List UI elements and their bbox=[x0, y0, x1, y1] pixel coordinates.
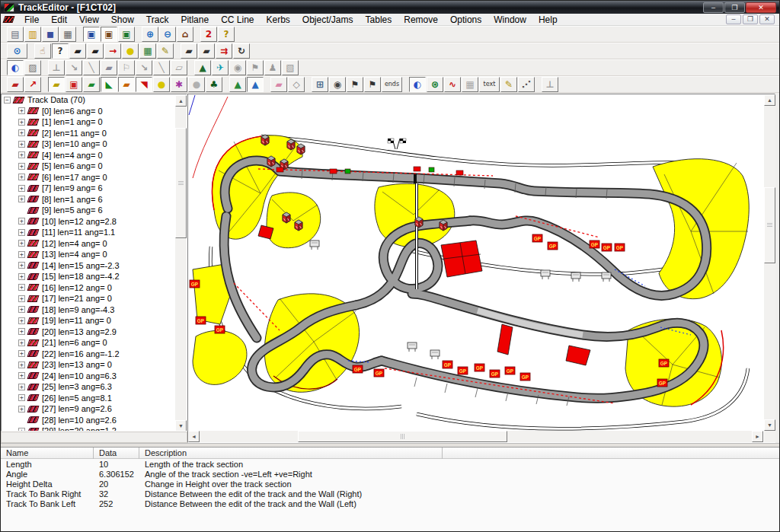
tree-item[interactable]: + [21] len=6 ang= 0 bbox=[2, 337, 175, 349]
new-file-button[interactable]: ▤ bbox=[7, 27, 24, 42]
tree-item[interactable]: + [2] len=11 ang= 0 bbox=[2, 128, 175, 139]
scroll-down-arrow[interactable]: ▼ bbox=[175, 420, 187, 432]
help-button[interactable]: ? bbox=[218, 27, 235, 42]
scroll-up-arrow[interactable]: ▲ bbox=[175, 95, 187, 107]
expand-icon[interactable]: + bbox=[18, 185, 25, 192]
expand-icon[interactable]: + bbox=[18, 428, 25, 431]
trackside-camera-button[interactable]: ◉ bbox=[329, 77, 346, 92]
zoom-out-button[interactable]: ⊖ bbox=[159, 27, 176, 42]
edit-object-button[interactable]: ▰ bbox=[198, 43, 215, 59]
maximize-button[interactable]: ❐ bbox=[724, 2, 745, 13]
tree-item[interactable]: + [13] len=4 ang= 0 bbox=[2, 249, 175, 260]
flag-b-button[interactable]: ⚑ bbox=[364, 77, 381, 92]
expand-icon[interactable]: + bbox=[18, 372, 25, 379]
tree-item[interactable]: + [27] len=9 ang=2.6 bbox=[2, 403, 175, 415]
view-tools-window-button[interactable]: ▣ bbox=[101, 27, 117, 42]
select-query-button[interactable]: ? bbox=[52, 43, 69, 59]
menu-item[interactable]: Tables bbox=[360, 14, 398, 26]
menu-item[interactable]: Options bbox=[444, 14, 488, 26]
expand-icon[interactable]: + bbox=[18, 119, 25, 126]
horizon-button[interactable]: ▲ bbox=[229, 77, 246, 92]
sphere-view-button[interactable]: ◐ bbox=[7, 60, 24, 75]
tree-root-item[interactable]: − Track Data (70) bbox=[2, 94, 175, 106]
expand-icon[interactable]: + bbox=[18, 273, 25, 280]
zoom-in-button[interactable]: ⊕ bbox=[142, 27, 158, 42]
menu-item[interactable]: Show bbox=[105, 14, 140, 26]
cc-line-button[interactable]: ∿ bbox=[444, 77, 461, 92]
tree-item[interactable]: + [6] len=17 ang= 0 bbox=[2, 172, 175, 183]
wall-red-button[interactable]: ◥ bbox=[136, 77, 152, 92]
grass-button[interactable]: ◣ bbox=[101, 77, 117, 92]
tree-item[interactable]: + [15] len=18 ang=-4.2 bbox=[2, 271, 175, 282]
column-header[interactable]: Name bbox=[1, 448, 94, 459]
expand-icon[interactable]: + bbox=[18, 328, 25, 335]
ends-button[interactable]: ends bbox=[382, 77, 402, 92]
tree-item[interactable]: + [14] len=15 ang=-2.3 bbox=[2, 260, 175, 272]
tree-horizontal-scrollbar[interactable] bbox=[1, 432, 187, 443]
helicopter-view-button[interactable]: ✈ bbox=[212, 60, 229, 75]
line-start-button[interactable]: ╲ bbox=[153, 60, 170, 75]
tree-item[interactable]: + [29] len=20 ang=1.2 bbox=[2, 425, 175, 431]
mdi-close-button[interactable]: ✕ bbox=[759, 14, 775, 24]
close-button[interactable]: ✕ bbox=[746, 2, 776, 13]
menu-item[interactable]: File bbox=[18, 14, 45, 26]
minimize-button[interactable]: – bbox=[703, 2, 724, 13]
tree-item[interactable]: + [24] len=10 ang=6.3 bbox=[2, 371, 175, 382]
terrain-button[interactable]: ▲ bbox=[194, 60, 211, 75]
line-end-button[interactable]: ↘ bbox=[136, 60, 152, 75]
canvas-hscrollbar[interactable]: ◄ ► bbox=[188, 431, 763, 442]
tree-item[interactable]: + [11] len=11 ang=1.1 bbox=[2, 227, 175, 238]
tree-scrollbar[interactable]: ▲ ▼ bbox=[175, 95, 187, 432]
renumber-button[interactable]: ⇉ bbox=[216, 43, 232, 59]
tree-item[interactable]: + [18] len=9 ang=-4.3 bbox=[2, 304, 175, 316]
flag-outline-button[interactable]: ⚐ bbox=[118, 60, 135, 75]
scroll-left-arrow[interactable]: ◄ bbox=[188, 431, 200, 442]
expand-icon[interactable]: + bbox=[18, 350, 25, 357]
menu-item[interactable]: Edit bbox=[45, 14, 73, 26]
select-object-button[interactable]: ▰ bbox=[181, 43, 197, 59]
save-button[interactable]: ◼ bbox=[42, 27, 59, 42]
node-tool-button[interactable]: ⊥ bbox=[48, 60, 65, 75]
text-button[interactable]: text bbox=[479, 77, 500, 92]
menu-item[interactable]: Pitlane bbox=[174, 14, 215, 26]
track-canvas[interactable]: GP bbox=[187, 94, 775, 443]
expand-icon[interactable]: + bbox=[18, 262, 25, 269]
dark-section-button[interactable]: ▰ bbox=[101, 60, 117, 75]
expand-icon[interactable]: + bbox=[18, 174, 25, 180]
expand-icon[interactable]: + bbox=[18, 394, 25, 401]
menu-item[interactable]: Window bbox=[488, 14, 532, 26]
tree-item[interactable]: + [23] len=13 ang= 0 bbox=[2, 359, 175, 371]
menu-item[interactable]: Kerbs bbox=[260, 14, 296, 26]
expand-icon[interactable]: + bbox=[18, 240, 25, 247]
pencil-button[interactable]: ✎ bbox=[500, 77, 517, 92]
property-row[interactable]: Track To Bank Left 252 Distance Between … bbox=[1, 499, 779, 508]
menu-item[interactable]: Object/Jams bbox=[296, 14, 360, 26]
expand-icon[interactable]: + bbox=[18, 141, 25, 148]
scrollbar-thumb[interactable] bbox=[175, 128, 187, 238]
property-row[interactable]: Angle 6.306152 Angle of the track sectio… bbox=[1, 469, 779, 479]
tree-item[interactable]: + [26] len=5 ang=8.1 bbox=[2, 393, 175, 404]
track-pink-button[interactable]: ▰ bbox=[270, 77, 287, 92]
tree-item[interactable]: + [12] len=4 ang= 0 bbox=[2, 238, 175, 250]
tree-item[interactable]: + [4] len=4 ang= 0 bbox=[2, 150, 175, 161]
expand-icon[interactable]: + bbox=[18, 163, 25, 170]
polygon-button[interactable]: ▱ bbox=[171, 60, 187, 75]
scrollbar-thumb[interactable] bbox=[764, 187, 775, 263]
select-section-button[interactable]: ▰ bbox=[69, 43, 86, 59]
expand-icon[interactable] bbox=[18, 416, 25, 423]
globe-button[interactable]: ⊛ bbox=[427, 77, 443, 92]
edit-section-button[interactable]: ▰ bbox=[87, 43, 104, 59]
expand-icon[interactable]: + bbox=[18, 229, 25, 236]
menu-item[interactable]: Help bbox=[532, 14, 564, 26]
mdi-minimize-button[interactable]: – bbox=[726, 14, 741, 24]
edit-pencil-button[interactable]: ✎ bbox=[157, 43, 174, 59]
tree-item[interactable]: + [10] len=12 ang=2.8 bbox=[2, 216, 175, 228]
marshal-flags-button[interactable]: ⚑ bbox=[247, 60, 264, 75]
expand-icon[interactable]: + bbox=[18, 129, 25, 136]
column-header[interactable]: Description bbox=[139, 448, 443, 459]
scrollbar-thumb[interactable] bbox=[298, 431, 507, 442]
expand-icon[interactable]: + bbox=[18, 107, 25, 114]
tree-item[interactable]: + [7] len=9 ang= 6 bbox=[2, 183, 175, 194]
sphere-mode-button[interactable]: ◐ bbox=[409, 77, 426, 92]
kerb-yellow-button[interactable]: ▰ bbox=[48, 77, 65, 92]
